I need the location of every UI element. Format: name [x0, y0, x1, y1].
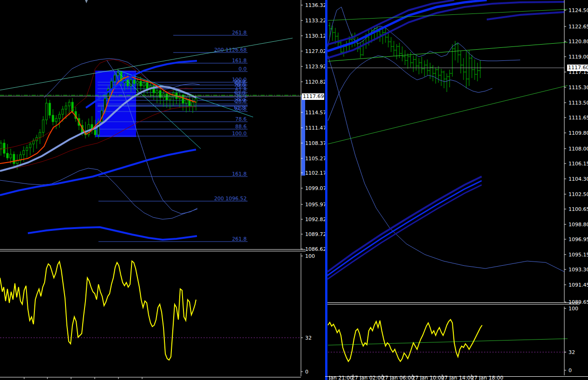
price-axis-label: 1102.50 — [568, 191, 588, 197]
candle-body — [42, 120, 44, 132]
price-axis-label: 1123.92 — [305, 64, 327, 70]
fib-label: 161.8 — [232, 171, 247, 177]
time-axis-label: 27 Jan 10:00 — [412, 375, 444, 380]
candle-body — [68, 102, 70, 106]
band-navy-topright — [487, 12, 564, 20]
candle-body — [10, 154, 12, 158]
candle-body — [55, 118, 57, 122]
fib-label: 200 1096.52 — [214, 196, 247, 202]
fib-label: 29.9 — [234, 98, 246, 104]
candle-body — [189, 100, 190, 106]
candle-body — [166, 94, 168, 100]
price-axis-label: 1113.50 — [568, 100, 588, 106]
time-axis-label: 27 Jan 14:00 — [441, 375, 474, 380]
price-axis-label: 1111.65 — [568, 115, 588, 121]
candle-body — [163, 94, 164, 98]
candle-body — [26, 148, 28, 151]
ma-blue-bottom — [28, 227, 197, 240]
charts-canvas[interactable]: 261.8200 1126.68161.80.0100.088.693.876.… — [0, 0, 588, 380]
candle-body — [49, 103, 51, 115]
candle-body — [146, 83, 148, 89]
right-price-box: 1117.60 — [567, 65, 588, 71]
oscillator-line — [0, 261, 196, 360]
price-axis-label: 1095.97 — [305, 202, 327, 208]
candle-body — [59, 114, 60, 118]
price-axis-label: 1098.80 — [568, 222, 588, 228]
price-axis-label: 1086.62 — [305, 246, 327, 252]
osc-axis-label: 32 — [568, 349, 575, 355]
band-navy-mid-2 — [327, 185, 482, 279]
fib-label: 78.6 — [235, 116, 247, 122]
candle-body — [140, 81, 142, 86]
ma-blue-long — [0, 150, 196, 195]
left-price-value: 1117.69 — [303, 93, 324, 99]
candle-body — [52, 115, 54, 122]
price-axis-label: 1109.80 — [568, 130, 588, 136]
price-axis-label: 1108.00 — [568, 146, 588, 152]
osc-axis-label: 32 — [305, 335, 312, 341]
fib-label: 61.8 — [234, 105, 246, 111]
price-axis-label: 1089.65 — [568, 299, 588, 305]
candle-body — [143, 83, 145, 86]
candle-body — [0, 143, 2, 149]
price-axis-label: 1106.15 — [568, 161, 588, 167]
price-axis-label: 1092.82 — [305, 216, 327, 223]
candle-body — [46, 103, 47, 120]
candle-body — [3, 143, 5, 153]
left-price-box: 1117.69 — [302, 93, 324, 100]
candle-body — [182, 95, 184, 103]
candle-body — [137, 81, 138, 84]
price-axis-label: 1099.07 — [305, 185, 327, 191]
price-axis-label: 1122.65 — [568, 24, 588, 30]
trading-terminal: 261.8200 1126.68161.80.0100.088.693.876.… — [0, 0, 588, 380]
time-axis-label: 27 Jan 06:00 — [382, 375, 414, 380]
osc-axis-label: 0 — [568, 367, 572, 373]
price-axis-label: 1100.65 — [568, 206, 588, 212]
osc-axis-label: 100 — [305, 253, 315, 259]
candle-body — [185, 100, 187, 103]
band-thin-upper — [328, 7, 520, 61]
price-axis-label: 1124.50 — [568, 7, 588, 13]
price-axis-label: 1104.30 — [568, 176, 588, 182]
fib-label: 261.8 — [232, 30, 247, 36]
fib-label: 200 1126.68 — [214, 47, 247, 53]
price-axis-label: 1095.15 — [568, 252, 588, 258]
candle-body — [159, 91, 161, 98]
price-axis-label: 1133.22 — [305, 18, 327, 24]
candle-body — [192, 102, 194, 106]
price-axis-label: 1105.27 — [305, 156, 327, 162]
band-thin-mid — [328, 56, 492, 121]
candle-body — [65, 106, 67, 109]
cursor-marker — [85, 0, 88, 3]
fib-label: 161.8 — [232, 58, 247, 64]
price-axis-label: 1089.72 — [305, 231, 327, 237]
time-axis-label: Jan 21:00 — [328, 375, 353, 380]
candle-body — [114, 75, 116, 81]
price-axis-label: 1115.30 — [568, 85, 588, 91]
price-axis-label: 1091.45 — [568, 282, 588, 288]
trendline-green-low — [328, 85, 568, 144]
candle-body — [62, 109, 64, 114]
price-axis-label: 1111.47 — [305, 125, 327, 131]
price-axis-label: 1096.95 — [568, 236, 588, 242]
price-axis-label: 1108.37 — [305, 140, 327, 146]
candle-body — [29, 144, 31, 148]
candle-body — [33, 141, 34, 144]
candle-body — [169, 97, 171, 100]
candle-body — [156, 91, 158, 93]
fib-label: 0.0 — [239, 66, 247, 72]
candle-body — [133, 80, 135, 84]
time-axis-label: 27 Jan 02:00 — [352, 375, 384, 380]
price-axis-label: 1114.57 — [305, 110, 327, 116]
fib-label: 88.6 — [235, 124, 247, 130]
osc-axis-label: 100 — [568, 306, 578, 312]
band-thin-lower — [328, 56, 564, 272]
price-axis-label: 1127.02 — [305, 48, 327, 54]
osc-axis-label: 0 — [305, 369, 308, 375]
price-axis-label: 1102.17 — [305, 170, 327, 176]
oscillator-line — [328, 320, 482, 361]
band-thin-lower — [0, 168, 197, 219]
price-axis-label: 1120.80 — [568, 39, 588, 45]
candle-body — [39, 132, 41, 138]
right-price-value: 1117.60 — [568, 65, 588, 71]
